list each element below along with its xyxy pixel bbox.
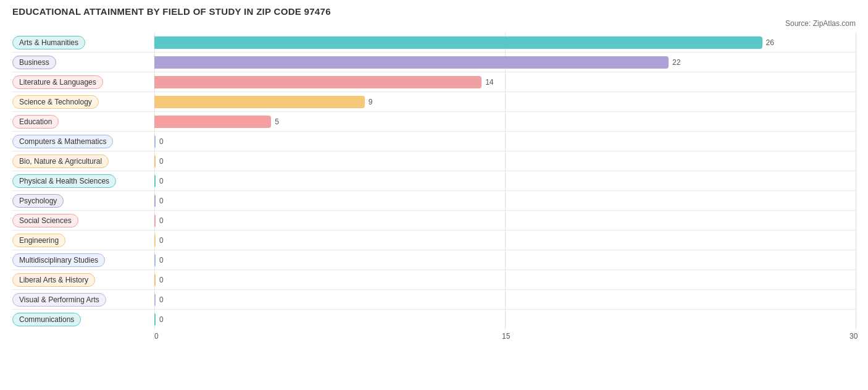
x-axis-tick-label: 0 bbox=[154, 332, 159, 341]
bar-label: Liberal Arts & History bbox=[12, 273, 95, 287]
label-row: Liberal Arts & History bbox=[12, 270, 154, 290]
bar-fill bbox=[154, 36, 762, 49]
bar-value-label: 0 bbox=[159, 236, 164, 245]
bar-fill bbox=[154, 274, 156, 286]
label-row: Social Sciences bbox=[12, 211, 154, 231]
label-row: Education bbox=[12, 112, 154, 132]
bar-value-label: 0 bbox=[159, 295, 164, 304]
bar-value-label: 22 bbox=[672, 58, 680, 67]
label-row: Psychology bbox=[12, 191, 154, 211]
bar-label: Psychology bbox=[12, 194, 64, 208]
bar-value-label: 0 bbox=[159, 276, 164, 284]
bar-label: Communications bbox=[12, 313, 81, 326]
bars-column: 262214950000000000 bbox=[154, 33, 856, 329]
bar-row: 0 bbox=[154, 310, 856, 329]
bar-value-label: 0 bbox=[159, 137, 164, 146]
bar-fill bbox=[154, 214, 156, 227]
label-row: Engineering bbox=[12, 231, 154, 250]
bar-row: 0 bbox=[154, 270, 856, 290]
bar-row: 0 bbox=[154, 191, 856, 211]
bar-label: Science & Technology bbox=[12, 95, 99, 109]
chart-title: EDUCATIONAL ATTAINMENT BY FIELD OF STUDY… bbox=[12, 6, 856, 17]
bar-label: Physical & Health Sciences bbox=[12, 174, 116, 188]
bar-label: Literature & Languages bbox=[12, 75, 103, 89]
bar-value-label: 0 bbox=[159, 256, 164, 265]
bar-fill bbox=[154, 56, 669, 69]
bar-fill bbox=[154, 313, 156, 326]
bar-label: Engineering bbox=[12, 234, 65, 247]
bar-fill bbox=[154, 76, 482, 88]
bar-fill bbox=[154, 135, 156, 148]
bar-fill bbox=[154, 195, 156, 207]
bar-row: 0 bbox=[154, 250, 856, 270]
bar-fill bbox=[154, 234, 156, 247]
bar-row: 0 bbox=[154, 151, 856, 171]
bar-row: 26 bbox=[154, 33, 856, 53]
x-axis: 01530 bbox=[154, 332, 856, 344]
x-axis-tick-label: 15 bbox=[502, 332, 510, 341]
bar-label: Business bbox=[12, 56, 56, 69]
bar-label: Multidisciplinary Studies bbox=[12, 253, 105, 267]
bar-row: 5 bbox=[154, 112, 856, 132]
bar-fill bbox=[154, 96, 365, 108]
bar-value-label: 5 bbox=[275, 117, 279, 126]
bar-row: 9 bbox=[154, 92, 856, 112]
label-row: Visual & Performing Arts bbox=[12, 290, 154, 310]
bar-label: Social Sciences bbox=[12, 214, 78, 227]
bar-label: Arts & Humanities bbox=[12, 36, 85, 49]
bar-label: Computers & Mathematics bbox=[12, 135, 113, 148]
x-axis-tick-label: 30 bbox=[849, 332, 858, 341]
label-row: Bio, Nature & Agricultural bbox=[12, 151, 154, 171]
bar-row: 0 bbox=[154, 132, 856, 151]
bar-fill bbox=[154, 254, 156, 266]
bar-value-label: 0 bbox=[159, 157, 164, 166]
grid-line bbox=[856, 33, 856, 329]
bar-label: Education bbox=[12, 115, 59, 129]
bar-fill bbox=[154, 294, 156, 306]
bar-value-label: 26 bbox=[766, 38, 774, 47]
bar-row: 0 bbox=[154, 231, 856, 250]
bar-fill bbox=[154, 116, 271, 128]
bar-fill bbox=[154, 175, 156, 187]
label-row: Computers & Mathematics bbox=[12, 132, 154, 151]
label-row: Business bbox=[12, 53, 154, 72]
label-row: Arts & Humanities bbox=[12, 33, 154, 53]
bar-row: 0 bbox=[154, 290, 856, 310]
bar-value-label: 14 bbox=[485, 78, 493, 87]
label-row: Literature & Languages bbox=[12, 72, 154, 92]
chart-container: Arts & HumanitiesBusinessLiterature & La… bbox=[12, 33, 856, 329]
bar-value-label: 0 bbox=[159, 315, 164, 324]
label-row: Physical & Health Sciences bbox=[12, 171, 154, 191]
bar-value-label: 0 bbox=[159, 177, 164, 185]
bar-value-label: 0 bbox=[159, 197, 164, 205]
source-label: Source: ZipAtlas.com bbox=[12, 19, 856, 28]
bar-value-label: 9 bbox=[369, 98, 373, 106]
label-row: Communications bbox=[12, 310, 154, 329]
bar-fill bbox=[154, 155, 156, 167]
bar-value-label: 0 bbox=[159, 216, 164, 225]
bar-row: 22 bbox=[154, 53, 856, 72]
labels-column: Arts & HumanitiesBusinessLiterature & La… bbox=[12, 33, 154, 329]
bar-row: 14 bbox=[154, 72, 856, 92]
bar-row: 0 bbox=[154, 211, 856, 231]
bar-label: Visual & Performing Arts bbox=[12, 293, 106, 307]
label-row: Multidisciplinary Studies bbox=[12, 250, 154, 270]
bar-row: 0 bbox=[154, 171, 856, 191]
bar-label: Bio, Nature & Agricultural bbox=[12, 155, 109, 168]
label-row: Science & Technology bbox=[12, 92, 154, 112]
